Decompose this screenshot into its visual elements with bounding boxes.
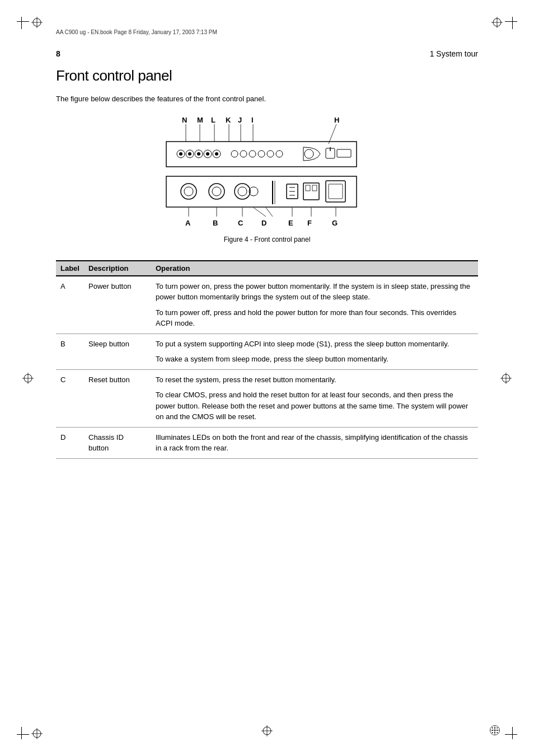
svg-point-66 [181,184,196,199]
page-header: 8 1 System tour [56,49,478,58]
svg-point-54 [215,152,218,156]
cell-operation: To put a system supporting ACPI into sle… [151,334,478,369]
reg-mark-mr [500,373,512,384]
svg-point-70 [235,184,250,199]
cell-description: Chassis ID button [84,427,151,458]
chapter-title: 1 System tour [430,49,478,58]
reg-mark-br [489,725,505,740]
svg-point-60 [276,151,283,157]
cell-description: Power button [84,276,151,334]
table-row: DChassis ID buttonIlluminates LEDs on bo… [56,427,478,458]
svg-line-43 [329,124,336,144]
cell-description: Sleep button [84,334,151,369]
col-description: Description [84,261,151,276]
svg-point-71 [238,187,247,196]
svg-rect-83 [329,184,343,199]
file-info: AA C900 ug - EN.book Page 8 Friday, Janu… [56,29,217,35]
diagram-container: N M L K J I H [56,115,478,253]
front-panel-diagram: N M L K J I H [144,115,390,232]
data-table: Label Description Operation APower butto… [56,260,478,459]
table-row: BSleep buttonTo put a system supporting … [56,334,478,369]
svg-point-12 [496,727,498,729]
svg-rect-80 [306,185,310,191]
svg-line-87 [254,208,266,217]
svg-point-50 [197,152,200,156]
svg-point-52 [206,152,209,156]
table-row: CReset buttonTo reset the system, press … [56,369,478,427]
cell-label: C [56,369,84,427]
reg-mark-ml [22,373,34,384]
crop-mark-tr [500,17,517,34]
cell-operation: To reset the system, press the reset but… [151,369,478,427]
svg-point-68 [209,184,224,199]
svg-point-61 [305,149,313,158]
col-label: Label [56,261,84,276]
main-content: Front control panel The figure below des… [56,62,478,459]
table-header-row: Label Description Operation [56,261,478,276]
file-info-text: AA C900 ug - EN.book Page 8 Friday, Janu… [56,29,217,35]
svg-text:G: G [332,219,338,227]
svg-text:L: L [211,116,216,124]
svg-point-56 [240,151,247,157]
svg-point-59 [267,151,274,157]
svg-text:K: K [226,116,231,124]
reg-mark-bm [261,725,273,736]
svg-point-55 [231,151,238,157]
cell-operation: Illuminates LEDs on both the front and r… [151,427,478,458]
cell-label: D [56,427,84,458]
svg-point-67 [184,187,193,196]
svg-point-16 [492,732,493,733]
svg-point-57 [249,151,256,157]
col-operation: Operation [151,261,478,276]
table-row: APower buttonTo turn power on, press the… [56,276,478,334]
intro-text: The figure below describes the features … [56,93,478,105]
page-number: 8 [56,49,60,58]
cell-label: A [56,276,84,334]
svg-point-58 [258,151,265,157]
svg-text:E: E [288,219,293,227]
reg-mark-bl [31,728,43,739]
svg-line-88 [266,208,273,217]
svg-text:D: D [261,219,266,227]
cell-description: Reset button [84,369,151,427]
svg-point-18 [496,732,498,733]
svg-point-46 [179,152,182,156]
svg-text:C: C [238,219,243,227]
figure-caption: Figure 4 - Front control panel [224,236,311,243]
svg-text:J: J [238,116,242,124]
svg-text:F: F [307,219,312,227]
svg-text:B: B [213,219,218,227]
svg-text:N: N [182,116,187,124]
svg-rect-81 [312,185,317,191]
page: AA C900 ug - EN.book Page 8 Friday, Janu… [0,0,534,756]
svg-point-69 [212,187,221,196]
cell-label: B [56,334,84,369]
section-heading: Front control panel [56,67,478,84]
reg-mark-tl [31,17,43,28]
svg-text:I: I [251,116,254,124]
svg-text:H: H [334,116,339,124]
svg-point-10 [492,727,493,729]
svg-point-48 [188,152,191,156]
reg-mark-tr [491,17,503,28]
svg-text:A: A [185,219,191,227]
svg-rect-64 [337,149,351,157]
cell-operation: To turn power on, press the power button… [151,276,478,334]
svg-text:M: M [197,116,203,124]
